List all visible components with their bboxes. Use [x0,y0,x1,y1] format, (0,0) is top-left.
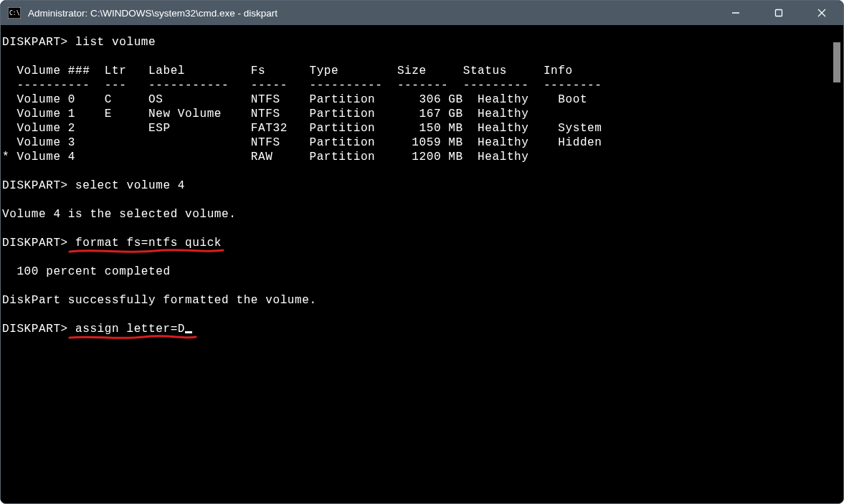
console-window: C:\ Administrator: C:\WINDOWS\system32\c… [0,0,844,504]
minimize-button[interactable] [714,1,757,25]
maximize-button[interactable] [757,1,800,25]
text-cursor [185,331,192,333]
window-controls [714,1,843,25]
terminal-output[interactable]: DISKPART> list volume Volume ### Ltr Lab… [1,25,830,503]
cmd-icon: C:\ [8,7,21,19]
current-input-line[interactable]: DISKPART> assign letter=D [2,323,185,336]
window-title: Administrator: C:\WINDOWS\system32\cmd.e… [28,8,714,19]
terminal-area: DISKPART> list volume Volume ### Ltr Lab… [1,25,843,503]
titlebar[interactable]: C:\ Administrator: C:\WINDOWS\system32\c… [1,1,843,25]
close-button[interactable] [800,1,843,25]
scrollbar-thumb[interactable] [833,42,840,82]
svg-rect-3 [776,10,782,16]
scrollbar[interactable] [830,25,843,503]
svg-text:C:\: C:\ [9,10,20,16]
